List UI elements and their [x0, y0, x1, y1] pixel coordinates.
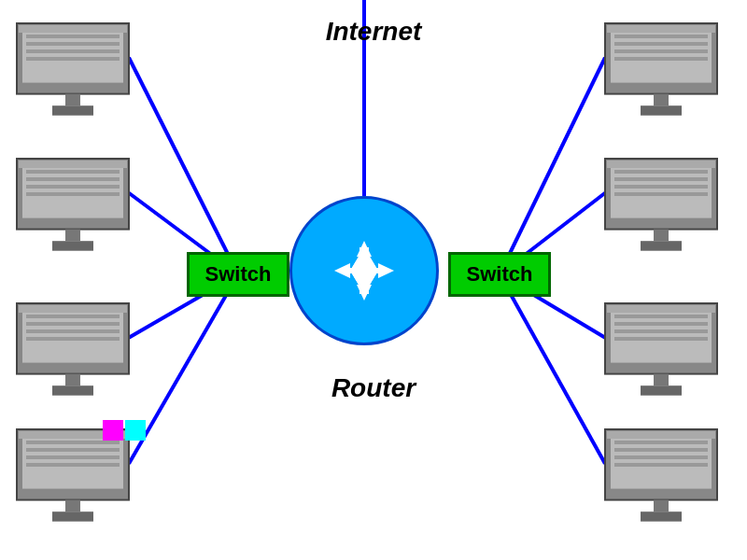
- router-node: [289, 196, 439, 345]
- color-squares: [103, 420, 146, 441]
- internet-label: Internet: [326, 17, 422, 47]
- router-label: Router: [331, 373, 416, 403]
- router-arrows-svg: [299, 205, 430, 336]
- switch-right: Switch: [448, 252, 551, 297]
- cyan-square: [125, 420, 146, 441]
- magenta-square: [103, 420, 123, 441]
- switch-right-label: Switch: [467, 262, 533, 287]
- switch-left-label: Switch: [205, 262, 272, 287]
- network-diagram: Internet Switch Switch: [0, 0, 747, 560]
- switch-left: Switch: [187, 252, 289, 297]
